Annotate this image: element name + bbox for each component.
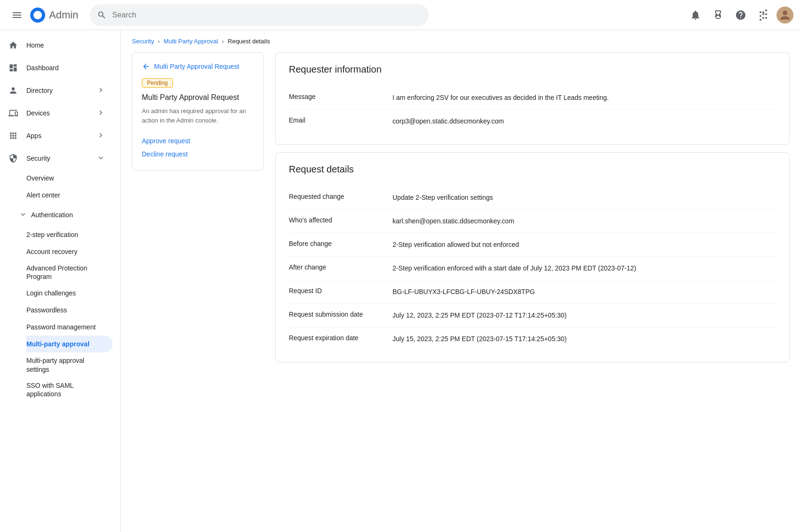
login-challenges-label: Login challenges (26, 289, 76, 297)
sidebar-sub-multi-party-settings[interactable]: Multi-party approval settings (26, 352, 113, 377)
sidebar-sub-advanced-protection[interactable]: Advanced Protection Program (26, 260, 113, 285)
sidebar-label-dashboard: Dashboard (26, 64, 59, 72)
sidebar-sub-passwordless[interactable]: Passwordless (26, 302, 113, 319)
sidebar-item-security[interactable]: Security (0, 147, 113, 170)
sso-saml-label: SSO with SAML applications (26, 381, 105, 398)
header-actions (686, 6, 793, 25)
user-avatar[interactable] (776, 7, 793, 24)
main-layout: Home Dashboard Directory Devices (0, 30, 801, 532)
breadcrumb-sep-2: › (222, 38, 224, 45)
content-body: Multi Party Approval Request Pending Mul… (121, 52, 801, 374)
sidebar-sub-alert-center[interactable]: Alert center (26, 187, 113, 204)
request-details-title: Request details (289, 164, 776, 175)
breadcrumb: Security › Multi Party Approval › Reques… (121, 30, 801, 52)
sidebar-sub-account-recovery[interactable]: Account recovery (26, 243, 113, 260)
search-bar[interactable] (90, 4, 429, 26)
message-label: Message (289, 93, 392, 100)
detail-row-6: Request expiration date July 15, 2023, 2… (289, 327, 776, 351)
alert-center-label: Alert center (26, 191, 60, 199)
detail-value-5: July 12, 2023, 2:25 PM EDT (2023-07-12 T… (392, 311, 776, 320)
sidebar-label-apps: Apps (26, 132, 41, 139)
back-link-label: Multi Party Approval Request (154, 63, 239, 70)
directory-icon (8, 85, 19, 96)
left-panel: Multi Party Approval Request Pending Mul… (132, 52, 264, 362)
search-input[interactable] (112, 11, 421, 19)
detail-value-0: Update 2-Step verification settings (392, 193, 776, 203)
detail-row-0: Requested change Update 2-Step verificat… (289, 186, 776, 210)
detail-label-3: After change (289, 263, 392, 271)
sidebar-sub-multi-party-approval[interactable]: Multi-party approval (26, 336, 113, 352)
detail-row-3: After change 2-Step verification enforce… (289, 257, 776, 280)
detail-row-5: Request submission date July 12, 2023, 2… (289, 304, 776, 327)
request-details-card: Request details Requested change Update … (275, 152, 790, 362)
search-icon (97, 10, 106, 20)
decline-request-link[interactable]: Decline request (142, 147, 254, 161)
sidebar-item-dashboard[interactable]: Dashboard (0, 57, 113, 79)
home-icon (8, 40, 19, 51)
breadcrumb-current: Request details (228, 38, 270, 45)
security-sub: Overview Alert center (0, 170, 120, 204)
content-area: Security › Multi Party Approval › Reques… (121, 30, 801, 532)
sidebar: Home Dashboard Directory Devices (0, 30, 121, 532)
directory-chevron (97, 86, 105, 96)
sidebar-sub-password-management[interactable]: Password management (26, 319, 113, 336)
breadcrumb-sep-1: › (158, 38, 160, 45)
detail-label-6: Request expiration date (289, 334, 392, 342)
logo-icon (30, 8, 45, 23)
sidebar-label-home: Home (26, 41, 44, 49)
hourglass-button[interactable] (709, 6, 727, 25)
detail-value-6: July 15, 2023, 2:25 PM EDT (2023-07-15 T… (392, 334, 776, 344)
notifications-button[interactable] (686, 6, 705, 25)
auth-sub: 2-step verification Account recovery Adv… (0, 226, 120, 402)
devices-icon (8, 107, 19, 119)
auth-chevron (19, 210, 27, 220)
menu-icon[interactable] (8, 6, 26, 25)
detail-row-1: Who's affected karl.shen@open.static.dds… (289, 210, 776, 233)
approval-card: Multi Party Approval Request Pending Mul… (132, 52, 264, 171)
apps-icon (8, 130, 19, 141)
devices-chevron (97, 108, 105, 118)
back-link[interactable]: Multi Party Approval Request (142, 62, 254, 71)
requester-email-row: Email corp3@open.static.ddsecmonkey.com (289, 110, 776, 133)
help-button[interactable] (731, 6, 750, 25)
advanced-protection-label: Advanced Protection Program (26, 264, 105, 281)
apps-grid-button[interactable] (754, 6, 773, 25)
detail-value-3: 2-Step verification enforced with a star… (392, 263, 776, 273)
sidebar-label-directory: Directory (26, 87, 53, 94)
detail-value-1: karl.shen@open.static.ddsecmonkey.com (392, 216, 776, 226)
detail-label-5: Request submission date (289, 311, 392, 318)
breadcrumb-security[interactable]: Security (132, 38, 154, 45)
sidebar-item-devices[interactable]: Devices (0, 102, 113, 124)
details-rows: Requested change Update 2-Step verificat… (289, 186, 776, 351)
detail-label-0: Requested change (289, 193, 392, 200)
right-panels: Requester information Message I am enfor… (275, 52, 790, 362)
sidebar-item-apps[interactable]: Apps (0, 124, 113, 147)
sidebar-sub-login-challenges[interactable]: Login challenges (26, 285, 113, 302)
message-value: I am enforcing 2SV for our executives as… (392, 93, 776, 103)
sidebar-item-home[interactable]: Home (0, 34, 113, 57)
breadcrumb-multi-party[interactable]: Multi Party Approval (163, 38, 218, 45)
top-header: Admin (0, 0, 801, 30)
email-label: Email (289, 116, 392, 124)
account-recovery-label: Account recovery (26, 248, 77, 255)
detail-label-1: Who's affected (289, 216, 392, 224)
passwordless-label: Passwordless (26, 306, 67, 314)
multi-party-approval-label: Multi-party approval (26, 340, 90, 348)
detail-value-4: BG-LF-UBUYX3-LFCBG-LF-UBUY-24SDX8TPG (392, 287, 776, 297)
authentication-label: Authentication (31, 211, 73, 219)
detail-label-4: Request ID (289, 287, 392, 295)
sidebar-item-authentication[interactable]: Authentication (0, 204, 113, 226)
approve-request-link[interactable]: Approve request (142, 134, 254, 147)
pending-badge: Pending (142, 78, 173, 88)
sidebar-sub-overview[interactable]: Overview (26, 170, 113, 187)
sidebar-sub-sso-saml[interactable]: SSO with SAML applications (26, 377, 113, 402)
sidebar-item-directory[interactable]: Directory (0, 79, 113, 102)
detail-row-2: Before change 2-Step verification allowe… (289, 233, 776, 257)
detail-row-4: Request ID BG-LF-UBUYX3-LFCBG-LF-UBUY-24… (289, 280, 776, 304)
dashboard-icon (8, 62, 19, 74)
detail-value-2: 2-Step verification allowed but not enfo… (392, 240, 776, 250)
logo-area: Admin (30, 8, 78, 23)
overview-label: Overview (26, 174, 54, 182)
sidebar-sub-2step[interactable]: 2-step verification (26, 226, 113, 243)
requester-info-card: Requester information Message I am enfor… (275, 52, 790, 145)
